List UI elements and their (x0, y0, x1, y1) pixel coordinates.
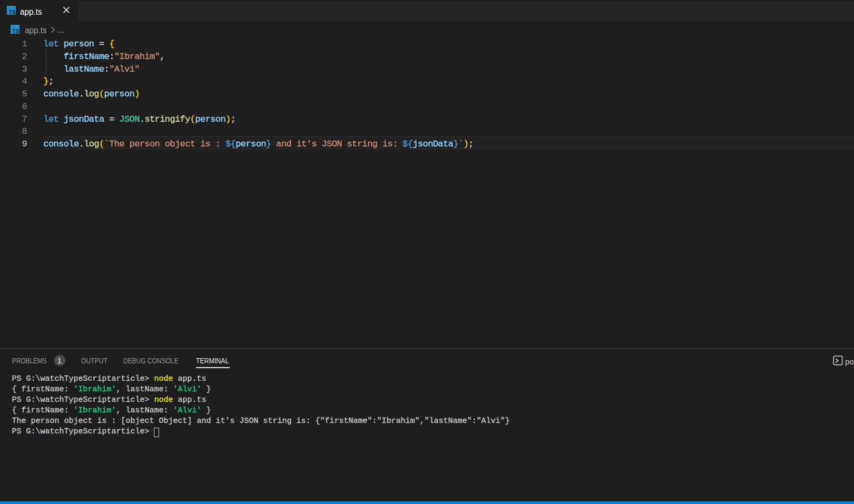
svg-text:TS: TS (12, 28, 19, 34)
svg-text:TS: TS (8, 9, 15, 15)
